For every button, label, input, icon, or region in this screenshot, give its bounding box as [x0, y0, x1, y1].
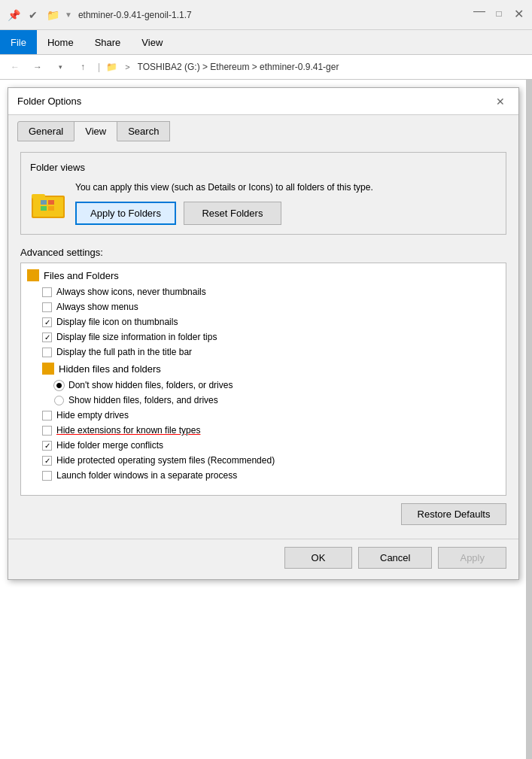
back-button[interactable]: ←: [6, 58, 24, 76]
files-folders-icon: [27, 269, 39, 281]
address-path: TOSHIBA2 (G:) > Ethereum > ethminer-0.9.…: [138, 62, 526, 72]
settings-item-0[interactable]: Always show icons, never thumbnails: [21, 284, 506, 299]
label-full-path: Display the full path in the title bar: [56, 347, 192, 357]
checkbox-always-show-icons[interactable]: [42, 287, 52, 297]
settings-item-hide-ext[interactable]: Hide extensions for known file types: [21, 423, 506, 438]
label-show-hidden: Show hidden files, folders, and drives: [68, 395, 218, 405]
settings-item-radio-2[interactable]: Show hidden files, folders, and drives: [21, 393, 506, 408]
quick-access-arrow-icon[interactable]: ▼: [65, 11, 72, 19]
checkbox-display-file-icon[interactable]: [42, 317, 52, 327]
checkbox-hide-os-files[interactable]: [42, 456, 52, 466]
tab-bar: General View Search: [8, 115, 518, 141]
settings-list-content: Files and Folders Always show icons, nev…: [21, 263, 506, 486]
radio-dont-show-hidden[interactable]: [54, 381, 64, 390]
label-hide-merge-conflicts: Hide folder merge conflicts: [56, 440, 163, 451]
recent-locations-button[interactable]: ▾: [51, 58, 69, 76]
forward-button[interactable]: →: [29, 58, 47, 76]
folder-views-desc: You can apply this view (such as Details…: [75, 181, 373, 225]
quick-access-check-icon[interactable]: ✔: [26, 8, 41, 23]
dialog-close-button[interactable]: ✕: [491, 93, 509, 111]
settings-item-2[interactable]: Display file icon on thumbnails: [21, 314, 506, 329]
label-display-file-size: Display file size information in folder …: [56, 332, 217, 342]
advanced-settings-label: Advanced settings:: [20, 247, 506, 258]
checkbox-full-path[interactable]: [42, 348, 52, 357]
window-close-button[interactable]: ✕: [509, 5, 527, 23]
checkbox-launch-separate[interactable]: [42, 471, 52, 481]
settings-item-launch-separate[interactable]: Launch folder windows in a separate proc…: [21, 468, 506, 483]
reset-folders-button[interactable]: Reset Folders: [184, 202, 281, 225]
tab-search[interactable]: Search: [117, 121, 170, 141]
files-folders-label: Files and Folders: [44, 270, 119, 281]
menu-bar: File Home Share View: [0, 30, 532, 54]
checkbox-display-file-size[interactable]: [42, 332, 52, 342]
hidden-files-group: Hidden files and folders: [21, 360, 506, 378]
restore-row: Restore Defaults: [20, 503, 506, 525]
up-button[interactable]: ↑: [74, 58, 92, 76]
settings-item-hide-os[interactable]: Hide protected operating system files (R…: [21, 453, 506, 468]
window-scrollbar[interactable]: [526, 80, 532, 759]
folder-views-description: You can apply this view (such as Details…: [75, 181, 373, 194]
label-always-show-menus: Always show menus: [56, 302, 138, 312]
folder-views-section: Folder views: [20, 152, 506, 235]
svg-rect-4: [48, 200, 54, 205]
folder-views-content: You can apply this view (such as Details…: [30, 181, 497, 225]
apply-button[interactable]: Apply: [438, 547, 506, 569]
settings-item-4[interactable]: Display the full path in the title bar: [21, 345, 506, 360]
maximize-button[interactable]: □: [490, 5, 508, 23]
dialog-body: Folder views: [8, 141, 518, 536]
address-bar: ← → ▾ ↑ | 📁 > TOSHIBA2 (G:) > Ethereum >…: [0, 54, 532, 80]
folder-view-buttons: Apply to Folders Reset Folders: [75, 202, 373, 225]
svg-rect-3: [41, 200, 47, 205]
menu-file[interactable]: File: [0, 30, 37, 54]
settings-item-hide-empty[interactable]: Hide empty drives: [21, 408, 506, 423]
settings-item-radio-1[interactable]: Don't show hidden files, folders, or dri…: [21, 378, 506, 393]
tab-general[interactable]: General: [17, 121, 74, 141]
quick-access-folder-icon[interactable]: 📁: [45, 8, 60, 23]
label-hide-empty-drives: Hide empty drives: [56, 410, 129, 420]
settings-item-1[interactable]: Always show menus: [21, 299, 506, 314]
dialog-title-bar: Folder Options ✕: [8, 88, 518, 115]
tab-view[interactable]: View: [74, 121, 117, 141]
files-and-folders-group: Files and Folders: [21, 266, 506, 284]
label-dont-show-hidden: Don't show hidden files, folders, or dri…: [68, 380, 233, 390]
menu-home[interactable]: Home: [37, 30, 84, 54]
label-launch-separate: Launch folder windows in a separate proc…: [56, 470, 237, 481]
svg-rect-5: [41, 206, 47, 211]
label-hide-extensions: Hide extensions for known file types: [56, 425, 200, 436]
folder-options-dialog: Folder Options ✕ General View Search Fol…: [8, 87, 519, 580]
checkbox-hide-extensions[interactable]: [42, 426, 52, 436]
folder-views-title: Folder views: [30, 162, 497, 173]
window-title: ethminer-0.9.41-genoil-1.1.7: [78, 10, 192, 20]
advanced-settings-list[interactable]: Files and Folders Always show icons, nev…: [20, 263, 506, 496]
minimize-button[interactable]: —: [470, 5, 488, 23]
quick-access-pin-icon[interactable]: 📌: [6, 8, 21, 23]
label-display-file-icon: Display file icon on thumbnails: [56, 317, 178, 327]
apply-to-folders-button[interactable]: Apply to Folders: [75, 202, 176, 225]
checkbox-hide-empty-drives[interactable]: [42, 411, 52, 420]
checkbox-hide-merge-conflicts[interactable]: [42, 441, 52, 451]
checkbox-always-show-menus[interactable]: [42, 302, 52, 312]
hidden-files-icon: [42, 363, 54, 375]
radio-show-hidden[interactable]: [54, 396, 64, 405]
restore-defaults-button[interactable]: Restore Defaults: [401, 503, 506, 525]
ok-button[interactable]: OK: [284, 547, 352, 569]
hidden-files-label: Hidden files and folders: [59, 363, 161, 375]
folder-thumbnail-icon: [30, 185, 66, 221]
explorer-content: Folder Options ✕ General View Search Fol…: [0, 80, 532, 759]
dialog-title: Folder Options: [17, 96, 81, 107]
menu-share[interactable]: Share: [84, 30, 132, 54]
settings-item-hide-merge[interactable]: Hide folder merge conflicts: [21, 438, 506, 453]
label-hide-os-files: Hide protected operating system files (R…: [56, 455, 275, 466]
dialog-footer: OK Cancel Apply: [8, 539, 518, 579]
settings-item-3[interactable]: Display file size information in folder …: [21, 329, 506, 345]
title-bar-icons: 📌 ✔ 📁 ▼: [6, 8, 72, 23]
title-bar: 📌 ✔ 📁 ▼ ethminer-0.9.41-genoil-1.1.7 — □…: [0, 0, 532, 30]
cancel-button[interactable]: Cancel: [358, 547, 432, 569]
svg-rect-6: [48, 206, 54, 211]
label-always-show-icons: Always show icons, never thumbnails: [56, 287, 206, 297]
menu-view[interactable]: View: [131, 30, 173, 54]
